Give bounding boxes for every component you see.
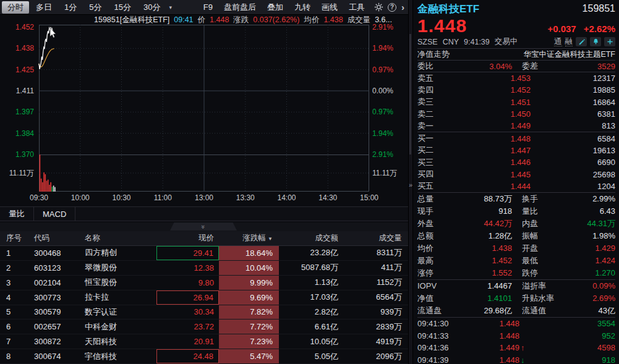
add-to-watchlist-icon[interactable] bbox=[604, 37, 615, 46]
order-level-label: 买五 bbox=[417, 180, 445, 192]
stat-label: 最低 bbox=[512, 255, 566, 266]
table-row-002657[interactable]: 6002657中科金财23.727.72%6.61亿2839万 bbox=[0, 320, 408, 334]
header-amount[interactable]: 成交额 bbox=[279, 233, 343, 243]
bid-row-买二[interactable]: 买二1.44719613 bbox=[417, 145, 615, 156]
period-dropdown-caret-icon[interactable]: ▾ bbox=[169, 4, 172, 11]
toolbar-item-九转[interactable]: 九转 bbox=[289, 1, 316, 14]
table-row-300468[interactable]: 1300468四方精创29.4118.64%23.28亿8311万 bbox=[0, 246, 408, 261]
panel-expander-icon[interactable]: » bbox=[409, 181, 412, 188]
chart-symbol-label: 159851[金融科技ETF] bbox=[94, 15, 169, 25]
toolbar-item-F9[interactable]: F9 bbox=[198, 2, 218, 12]
stock-amount: 10.05亿 bbox=[279, 336, 343, 347]
order-price: 1.453 bbox=[445, 74, 531, 83]
header-index[interactable]: 序号 bbox=[0, 233, 30, 243]
tab-volume-ratio[interactable]: 量比 bbox=[0, 207, 34, 221]
table-row-603123[interactable]: 2603123翠微股份12.3810.04%5087.68万411万 bbox=[0, 261, 408, 276]
bid-row-买一[interactable]: 买一1.4486584 bbox=[417, 132, 615, 144]
y-axis-volume-label: 11.11万 bbox=[9, 169, 34, 177]
stock-volume: 4919万 bbox=[343, 336, 408, 347]
stock-name: 宇信科技 bbox=[81, 351, 156, 362]
avg-value: 1.438 bbox=[323, 15, 343, 24]
tick-time: 09:41:36 bbox=[417, 343, 461, 352]
period-tab-分时[interactable]: 分时 bbox=[2, 1, 29, 14]
y-axis-label: 0.97% bbox=[372, 66, 393, 74]
header-volume[interactable]: 成交量 bbox=[343, 233, 408, 243]
timeshare-chart[interactable] bbox=[0, 25, 408, 192]
stat-value: 1.424 bbox=[566, 256, 615, 265]
order-price: 1.447 bbox=[445, 146, 531, 155]
alert-bell-icon[interactable] bbox=[590, 37, 601, 46]
help-icon[interactable]: ? bbox=[386, 2, 398, 13]
stock-amount: 2.82亿 bbox=[279, 307, 343, 318]
stat-row-涨停: 涨停1.552跌停1.270 bbox=[417, 267, 615, 279]
stat-row-总额: 总额1.28亿振幅1.98% bbox=[417, 230, 615, 242]
toolbar-item-工具[interactable]: 工具 bbox=[343, 1, 370, 14]
period-tab-5分[interactable]: 5分 bbox=[83, 1, 107, 14]
bid-row-买五[interactable]: 买五1.4441204 bbox=[417, 180, 615, 192]
volume-label: 成交量 bbox=[348, 15, 371, 25]
x-axis-label: 14:30 bbox=[318, 193, 337, 202]
bid-row-买四[interactable]: 买四1.44525698 bbox=[417, 168, 615, 180]
tick-trade-list[interactable]: 09:41:301.448355409:41:331.44895209:41:3… bbox=[417, 318, 615, 364]
splitter-scroll-thumb[interactable] bbox=[409, 34, 411, 154]
tick-row-09:41:33: 09:41:331.448952 bbox=[417, 329, 615, 342]
stat-label: 振幅 bbox=[512, 231, 566, 242]
margin-badge-rong[interactable]: 融 bbox=[565, 38, 573, 46]
stat-value: 1.4101 bbox=[450, 294, 512, 303]
header-change-sorted[interactable]: 涨跌幅▼ bbox=[219, 233, 279, 243]
table-row-300579[interactable]: 5300579数字认证30.347.82%2.82亿939万 bbox=[0, 305, 408, 320]
toolbar-item-叠加[interactable]: 叠加 bbox=[262, 1, 289, 14]
tab-macd[interactable]: MACD bbox=[34, 207, 75, 221]
table-row-300674[interactable]: 8300674宇信科技24.485.47%5.05亿2096万 bbox=[0, 349, 408, 364]
currency-label: CNY bbox=[443, 38, 459, 46]
period-tab-1分[interactable]: 1分 bbox=[59, 1, 82, 14]
ask-row-卖三[interactable]: 卖三1.45116864 bbox=[417, 96, 615, 108]
ask-row-卖一[interactable]: 卖一1.449813 bbox=[417, 120, 615, 132]
tick-time: 09:41:30 bbox=[417, 319, 461, 328]
period-tab-多日[interactable]: 多日 bbox=[30, 1, 58, 14]
tick-row-09:41:39: 09:41:391.448↓918 bbox=[417, 353, 615, 364]
panel-splitter[interactable]: » bbox=[408, 0, 413, 364]
table-row-300872[interactable]: 7300872天阳科技20.917.23%10.05亿4919万 bbox=[0, 334, 408, 349]
stock-price: 29.41 bbox=[156, 246, 219, 260]
tick-time: 09:41:39 bbox=[417, 355, 461, 364]
header-price[interactable]: 现价 bbox=[156, 233, 219, 243]
stat-value: 2.99% bbox=[566, 194, 615, 203]
stock-name: 翠微股份 bbox=[81, 262, 156, 273]
toolbar-item-盘前盘后[interactable]: 盘前盘后 bbox=[218, 1, 262, 14]
stat-row-流通盘: 流通盘29.68亿流通值43亿 bbox=[417, 305, 615, 317]
table-row-002104[interactable]: 3002104恒宝股份9.809.99%1.13亿1152万 bbox=[0, 276, 408, 290]
period-tab-30分[interactable]: 30分 bbox=[138, 1, 166, 14]
pane-splitter[interactable]: » bbox=[0, 222, 408, 231]
stat-value: 1.452 bbox=[450, 256, 512, 265]
margin-badge-tong[interactable]: 通 bbox=[554, 38, 562, 46]
x-axis-label: 13:30 bbox=[236, 193, 255, 202]
order-price: 1.450 bbox=[445, 109, 531, 119]
collapse-chevron-icon: » bbox=[201, 224, 206, 228]
order-level-label: 买三 bbox=[417, 157, 445, 168]
table-row-300773[interactable]: 4300773拉卡拉26.949.69%17.03亿6564万 bbox=[0, 290, 408, 305]
header-code[interactable]: 代码 bbox=[30, 233, 81, 243]
toolbar-more-chevron-icon[interactable]: › bbox=[401, 2, 404, 12]
nav-trend-label[interactable]: 净值走势 bbox=[417, 49, 450, 60]
stat-label: 流通盘 bbox=[417, 305, 450, 316]
period-tab-15分[interactable]: 15分 bbox=[108, 1, 136, 14]
stat-value: 44.31万 bbox=[566, 218, 615, 229]
collapse-handle[interactable]: » bbox=[170, 222, 237, 231]
settings-gear-icon[interactable] bbox=[373, 2, 384, 13]
bid-row-买三[interactable]: 买三1.4466690 bbox=[417, 156, 615, 168]
stock-change-pct: 10.04% bbox=[219, 261, 279, 275]
order-level-label: 卖一 bbox=[417, 121, 445, 132]
ask-row-卖五[interactable]: 卖五1.45312317 bbox=[417, 72, 615, 84]
row-index: 1 bbox=[0, 248, 30, 258]
ask-row-卖四[interactable]: 卖四1.45219885 bbox=[417, 84, 615, 96]
edit-pencil-icon[interactable] bbox=[576, 37, 587, 46]
order-volume: 16864 bbox=[531, 98, 615, 107]
tick-price: 1.448 bbox=[461, 331, 519, 341]
toolbar-item-画线[interactable]: 画线 bbox=[316, 1, 343, 14]
indicator-tab-bar: 量比 MACD bbox=[0, 206, 408, 221]
header-name[interactable]: 名称 bbox=[81, 233, 156, 243]
ask-row-卖二[interactable]: 卖二1.4506381 bbox=[417, 108, 615, 120]
order-price: 1.446 bbox=[445, 158, 531, 167]
stock-volume: 2096万 bbox=[343, 351, 408, 362]
